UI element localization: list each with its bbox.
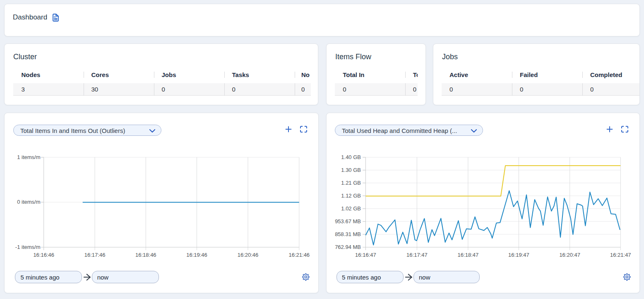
svg-text:1.21 GB: 1.21 GB	[341, 180, 361, 186]
svg-text:-1 items/m: -1 items/m	[15, 244, 41, 250]
svg-text:16:18:46: 16:18:46	[135, 252, 156, 258]
svg-text:16:21:46: 16:21:46	[288, 252, 310, 258]
svg-text:16:16:46: 16:16:46	[33, 252, 54, 258]
svg-text:1.40 GB: 1.40 GB	[341, 154, 361, 160]
svg-text:1.02 GB: 1.02 GB	[341, 205, 361, 212]
svg-text:1.30 GB: 1.30 GB	[341, 167, 361, 173]
svg-text:16:19:46: 16:19:46	[186, 252, 207, 258]
svg-text:16:20:46: 16:20:46	[238, 252, 259, 258]
svg-text:16:21:47: 16:21:47	[610, 252, 631, 258]
svg-text:16:20:47: 16:20:47	[559, 252, 580, 258]
svg-text:1.12 GB: 1.12 GB	[341, 193, 361, 199]
svg-text:16:18:47: 16:18:47	[458, 252, 479, 258]
svg-text:953.67 MB: 953.67 MB	[335, 218, 361, 224]
svg-text:16:17:46: 16:17:46	[84, 252, 106, 258]
svg-text:762.94 MB: 762.94 MB	[335, 244, 361, 250]
svg-text:16:17:47: 16:17:47	[406, 252, 428, 258]
svg-text:16:19:47: 16:19:47	[508, 252, 529, 258]
svg-text:16:16:47: 16:16:47	[355, 252, 376, 258]
svg-text:0 items/m: 0 items/m	[17, 199, 40, 205]
svg-text:858.31 MB: 858.31 MB	[335, 231, 361, 237]
svg-text:1 items/m: 1 items/m	[17, 154, 40, 160]
